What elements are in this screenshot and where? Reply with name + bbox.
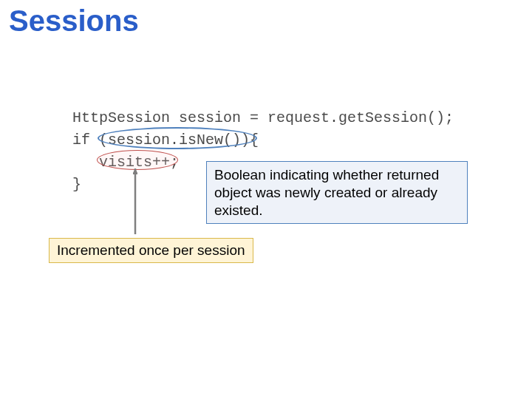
code-line-4: } [72, 174, 81, 196]
slide-title: Sessions [9, 4, 139, 38]
code-line-1: HttpSession session = request.getSession… [72, 107, 454, 129]
highlight-ellipse-visits [97, 150, 178, 170]
arrow-icon [133, 168, 137, 239]
highlight-ellipse-isnew [98, 127, 257, 149]
callout-incremented: Incremented once per session [49, 238, 253, 263]
callout-boolean-explain: Boolean indicating whether returned obje… [206, 161, 468, 224]
